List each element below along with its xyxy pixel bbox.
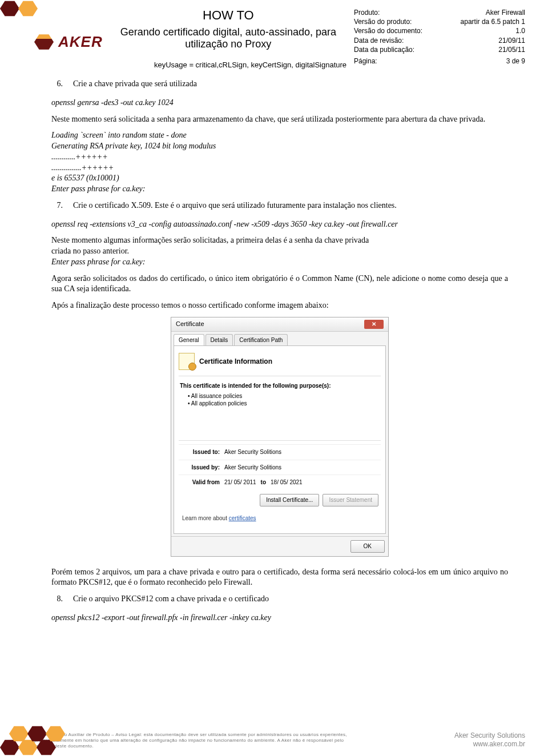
step-6: 6. Crie a chave privada que será utiliza… <box>51 79 508 90</box>
brand-name: AKER <box>58 33 103 51</box>
dialog-tabs: General Details Certification Path <box>171 332 388 345</box>
footer-company: Aker Security Solutions www.aker.com.br <box>454 731 525 749</box>
dialog-titlebar: Certificate ✕ <box>171 317 388 332</box>
meta-value: 3 de 9 <box>506 57 525 66</box>
terminal-output: ...............++++++ <box>51 163 508 174</box>
step-title: Crie o arquivo PKCS#12 com a chave priva… <box>73 594 269 605</box>
issuer-statement-button[interactable]: Issuer Statement <box>323 494 378 506</box>
brand-logo: AKER <box>34 18 103 66</box>
step-number: 8. <box>51 594 63 605</box>
paragraph: Após a finalização deste processo temos … <box>51 300 508 311</box>
tab-general[interactable]: General <box>174 334 204 345</box>
paragraph: Neste momento será solicitada a senha pa… <box>51 114 508 125</box>
issued-to-value: Aker Security Solitions <box>224 448 281 456</box>
paragraph: criada no passo anterior. <box>51 246 508 257</box>
issued-by-value: Aker Security Solitions <box>224 464 281 471</box>
dialog-title: Certificate <box>176 320 204 328</box>
step-7: 7. Crie o certificado X.509. Este é o ar… <box>51 200 508 211</box>
footer-disclaimer: Documentação Auxiliar de Produto – Aviso… <box>34 732 354 749</box>
terminal-output: e is 65537 (0x10001) <box>51 173 508 184</box>
valid-to-value: 18/ 05/ 2021 <box>271 478 303 486</box>
doc-subtitle: Gerando certificado digital, auto-assina… <box>103 26 354 50</box>
terminal-output: Generating RSA private key, 1024 bit lon… <box>51 141 508 152</box>
meta-value: Aker Firewall <box>486 8 525 17</box>
valid-from-label: Valid from <box>180 478 220 486</box>
certificate-icon <box>179 353 195 370</box>
learn-more-text: Learn more about <box>182 515 227 521</box>
policy-item: All issuance policies <box>191 393 243 399</box>
paragraph: Porém temos 2 arquivos, um para a chave … <box>51 567 508 589</box>
paragraph: Agora serão solicitados os dados do cert… <box>51 274 508 295</box>
tab-certpath[interactable]: Certification Path <box>234 334 288 345</box>
document-header: AKER HOW TO Gerando certificado digital,… <box>34 8 525 66</box>
terminal-output: Enter pass phrase for ca.key: <box>51 184 508 195</box>
company-name: Aker Security Solutions <box>454 731 525 741</box>
meta-label: Produto: <box>354 8 380 17</box>
tab-details[interactable]: Details <box>206 334 233 345</box>
step-8: 8. Crie o arquivo PKCS#12 com a chave pr… <box>51 594 508 605</box>
command-line: openssl pkcs12 -export -out firewall.pfx… <box>51 613 508 624</box>
terminal-output: ............++++++ <box>51 152 508 163</box>
issued-to-label: Issued to: <box>180 448 220 456</box>
meta-value: 1.0 <box>515 26 525 35</box>
step-title: Crie o certificado X.509. Este é o arqui… <box>73 200 397 211</box>
command-line: openssl genrsa -des3 -out ca.key 1024 <box>51 98 508 108</box>
valid-to-label: to <box>261 478 266 486</box>
terminal-output: Loading `screen` into random state - don… <box>51 130 508 141</box>
keyusage-line: keyUsage = critical,cRLSign, keyCertSign… <box>154 61 346 69</box>
step-number: 6. <box>51 79 63 90</box>
cert-info-header: Certificate Information <box>199 357 272 366</box>
issued-by-label: Issued by: <box>180 464 220 471</box>
close-icon[interactable]: ✕ <box>364 320 384 329</box>
policy-item: All application policies <box>191 400 247 407</box>
command-line: openssl req -extensions v3_ca -config au… <box>51 219 508 230</box>
meta-value: 21/09/11 <box>498 36 525 45</box>
meta-label: Versão do produto: <box>354 17 412 26</box>
certificate-dialog: Certificate ✕ General Details Certificat… <box>171 317 389 557</box>
doc-meta: Produto:Aker Firewall Versão do produto:… <box>354 8 525 66</box>
cert-intended-label: This certificate is intended for the fol… <box>180 383 331 389</box>
terminal-output: Enter pass phrase for ca.key: <box>51 257 508 268</box>
install-certificate-button[interactable]: Install Certificate... <box>260 494 319 506</box>
meta-label: Data da publicação: <box>354 45 414 54</box>
paragraph: Neste momento algumas informações serão … <box>51 235 508 246</box>
learn-more: Learn more about certificates <box>179 511 381 529</box>
logo-hex-icon <box>34 34 54 51</box>
certificates-link[interactable]: certificates <box>229 515 256 521</box>
valid-from-value: 21/ 05/ 2011 <box>224 478 256 486</box>
howto-label: HOW TO <box>103 8 354 23</box>
meta-label: Data de revisão: <box>354 36 404 45</box>
cert-purpose: This certificate is intended for the fol… <box>179 380 381 409</box>
meta-value: 21/05/11 <box>498 45 525 54</box>
company-url: www.aker.com.br <box>454 740 525 749</box>
meta-label: Versão do documento: <box>354 26 422 35</box>
meta-value: apartir da 6.5 patch 1 <box>461 17 525 26</box>
ok-button[interactable]: OK <box>350 540 385 552</box>
dialog-body: Certificate Information This certificate… <box>174 345 386 534</box>
meta-label: Página: <box>354 57 377 66</box>
step-title: Crie a chave privada que será utilizada <box>73 79 197 90</box>
document-footer: Documentação Auxiliar de Produto – Aviso… <box>34 731 525 749</box>
step-number: 7. <box>51 200 63 211</box>
